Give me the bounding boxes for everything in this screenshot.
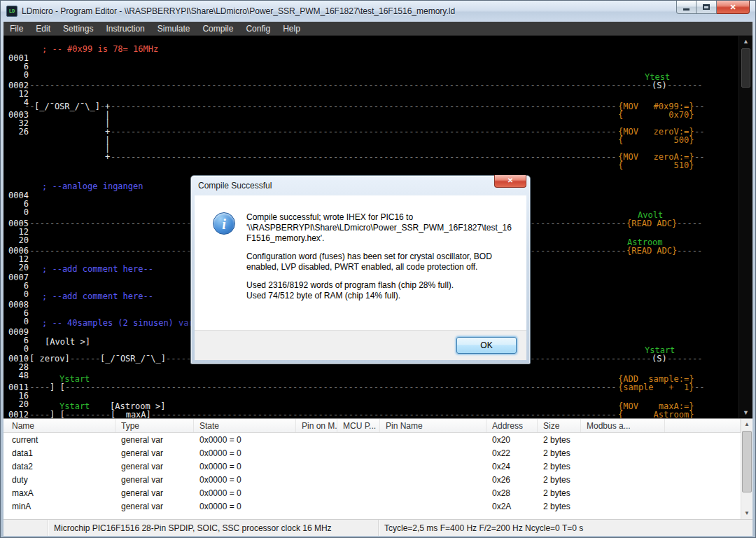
table-row[interactable]: currentgeneral var0x0000 = 00x202 bytes <box>4 433 741 446</box>
ok-button[interactable]: OK <box>456 337 517 354</box>
rung-number: 0 <box>8 208 29 216</box>
wire: ----------------------------------------… <box>111 102 616 111</box>
column-header[interactable]: Pin Name <box>380 419 486 432</box>
table-row[interactable]: data2general var0x0000 = 00x242 bytes <box>4 460 741 473</box>
menu-compile[interactable]: Compile <box>196 22 239 35</box>
scroll-up-arrow-icon[interactable]: ▲ <box>739 36 752 47</box>
table-cell <box>581 460 665 473</box>
menu-file[interactable]: File <box>4 22 29 35</box>
dialog-title-bar[interactable]: Compile Successful ✕ <box>195 176 526 195</box>
wire: ----------------------------------------… <box>65 383 616 392</box>
instruction-box[interactable]: { 500} <box>618 136 694 144</box>
contact-or-coil[interactable]: [ maxA] <box>111 411 151 418</box>
comment-text[interactable]: ; -- #0x99 is 78= 16MHz <box>42 45 158 53</box>
contact-or-coil[interactable]: [_/¯OSR_/¯\_] <box>34 102 100 111</box>
contact-or-coil[interactable]: [_/¯OSR_/¯\_] <box>100 354 166 363</box>
table-cell: 2 bytes <box>538 486 581 499</box>
table-cell <box>337 486 380 499</box>
column-header[interactable]: Address <box>486 419 538 432</box>
table-cell: 0x22 <box>486 446 538 460</box>
column-header[interactable]: State <box>194 419 296 432</box>
title-bar[interactable]: LD LDmicro - Program Editor - \\RASPBERR… <box>1 1 755 22</box>
wire: ----- <box>677 219 702 228</box>
contact-or-coil[interactable]: (S) <box>652 354 667 363</box>
instruction-box[interactable]: {sample + 1} <box>618 383 694 392</box>
contact-or-coil[interactable]: [Avolt >] <box>45 338 90 346</box>
contact-or-coil[interactable]: ] [ <box>50 411 65 418</box>
dialog-close-button[interactable]: ✕ <box>494 175 526 188</box>
rung-number: 20 <box>8 400 29 408</box>
dialog-text: Compile successful; wrote IHEX for PIC16… <box>246 212 512 330</box>
ladder-scroll-thumb[interactable] <box>741 48 750 88</box>
table-vertical-scrollbar[interactable]: ▲ ▼ <box>741 419 752 519</box>
instruction-box[interactable]: { 0x70} <box>618 111 694 119</box>
wire: ----------------------------------------… <box>151 411 617 418</box>
table-cell: 0x0000 = 0 <box>194 460 296 473</box>
table-cell: duty <box>4 473 115 486</box>
dialog-title: Compile Successful <box>195 181 272 191</box>
comment-text[interactable]: ; -- 40samples (2 sinusen) var <box>42 319 194 327</box>
table-cell <box>581 499 665 513</box>
table-row[interactable]: minAgeneral var0x0000 = 00x2A2 bytes <box>4 499 741 513</box>
table-header: NameTypeStatePin on M...MCU P...Pin Name… <box>4 419 741 433</box>
contact-or-coil[interactable]: + <box>105 153 110 161</box>
comment-text[interactable]: ; --add comment here-- <box>42 292 153 301</box>
maximize-button[interactable] <box>696 1 717 14</box>
menu-help[interactable]: Help <box>276 22 307 35</box>
close-button[interactable]: ✕ <box>717 1 750 14</box>
table-row[interactable]: data1general var0x0000 = 00x222 bytes <box>4 446 741 460</box>
table-row[interactable]: maxAgeneral var0x0000 = 00x282 bytes <box>4 486 741 499</box>
wire: ------ <box>70 354 100 363</box>
menu-config[interactable]: Config <box>239 22 276 35</box>
column-header[interactable]: Name <box>4 419 115 432</box>
column-header[interactable]: Type <box>115 419 194 432</box>
wire: ----------------------------------------… <box>24 81 652 90</box>
table-cell: minA <box>4 499 115 513</box>
instruction-box[interactable]: {READ ADC} <box>626 219 677 228</box>
table-cell <box>581 486 665 499</box>
close-icon: ✕ <box>729 1 736 13</box>
column-header[interactable]: Size <box>538 419 581 432</box>
table-cell <box>296 499 337 513</box>
ladder-vertical-scrollbar[interactable]: ▲ ▼ <box>738 36 752 418</box>
table-cell <box>380 460 486 473</box>
table-cell <box>296 446 337 460</box>
wire: -- <box>694 153 704 161</box>
comment-text[interactable]: ; --analoge ingangen <box>42 182 144 191</box>
instruction-box[interactable]: { 510} <box>618 161 694 170</box>
maximize-icon <box>703 4 710 10</box>
dialog-paragraph: Configuration word (fuses) has been set … <box>246 251 512 273</box>
menu-edit[interactable]: Edit <box>29 22 57 35</box>
column-header[interactable]: Modbus a... <box>581 419 665 432</box>
app-icon: LD <box>6 6 18 17</box>
instruction-box[interactable]: {READ ADC} <box>626 247 677 255</box>
table-scroll-thumb[interactable] <box>742 431 752 492</box>
table-row[interactable]: dutygeneral var0x0000 = 00x262 bytes <box>4 473 741 486</box>
contact-or-coil[interactable]: [ zerov] <box>29 354 70 363</box>
table-cell: general var <box>115 433 194 446</box>
scroll-down-arrow-icon[interactable]: ▼ <box>739 407 752 418</box>
wire: -- <box>694 127 704 136</box>
column-header[interactable]: Pin on M... <box>296 419 337 432</box>
contact-or-coil[interactable]: ] [ <box>50 383 65 392</box>
minimize-button[interactable] <box>676 1 696 14</box>
table-cell <box>337 460 380 473</box>
scroll-up-arrow-icon[interactable]: ▲ <box>741 419 752 430</box>
menu-settings[interactable]: Settings <box>57 22 99 35</box>
menu-instruction[interactable]: Instruction <box>99 22 150 35</box>
table-cell: 0x0000 = 0 <box>194 499 296 513</box>
table-cell: 0x2A <box>486 499 538 513</box>
menu-simulate[interactable]: Simulate <box>151 22 197 35</box>
table-cell <box>380 499 486 513</box>
table-cell: 0x26 <box>486 473 538 486</box>
scroll-down-arrow-icon[interactable]: ▼ <box>741 508 752 519</box>
instruction-box[interactable]: { Astroom} <box>618 411 694 418</box>
table-cell: 2 bytes <box>538 460 581 473</box>
table-cell <box>581 473 665 486</box>
column-header[interactable]: MCU P... <box>337 419 380 432</box>
rung-number: 0 <box>8 345 29 353</box>
status-mcu-info: Microchip PIC16F1516 28-Pin SPDIP, SOIC,… <box>48 520 379 536</box>
comment-text[interactable]: ; --add comment here-- <box>42 265 153 273</box>
table-cell: data2 <box>4 460 115 473</box>
contact-or-coil[interactable]: (S) <box>652 81 667 90</box>
